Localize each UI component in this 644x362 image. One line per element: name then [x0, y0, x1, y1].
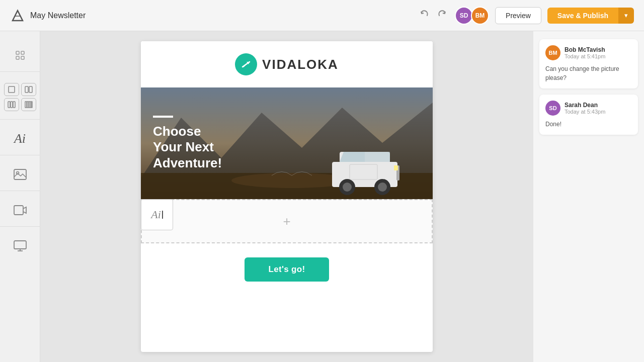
- undo-button[interactable]: [418, 7, 432, 24]
- sidebar-image-section: [0, 158, 40, 191]
- undo-icon: [420, 9, 430, 19]
- svg-point-37: [378, 183, 387, 192]
- comment-card-2: SD Sarah Dean Today at 5:43pm Done!: [539, 95, 638, 135]
- svg-rect-2: [16, 51, 19, 54]
- comment-time-1: Today at 5:41pm: [565, 53, 605, 59]
- logo-icon: [10, 8, 25, 23]
- image-icon: [14, 169, 27, 180]
- brand-circle-icon: [235, 53, 257, 75]
- sidebar-text-section: Ai: [0, 123, 40, 155]
- canvas-area: VIDALOKA: [40, 31, 533, 362]
- svg-rect-5: [21, 56, 24, 59]
- layout-2col-button[interactable]: [21, 83, 36, 96]
- layout-3col-button[interactable]: [4, 98, 19, 111]
- topbar: May Newsletter SD BM Preview Save &: [0, 0, 644, 31]
- comment-body-1: Can you change the picture please?: [545, 64, 632, 82]
- hero-decorative-line: [153, 116, 173, 118]
- svg-rect-40: [394, 165, 398, 170]
- comment-avatar-bob: BM: [545, 45, 560, 60]
- left-sidebar: Ai: [0, 31, 40, 362]
- avatar-bob: BM: [471, 7, 489, 25]
- svg-rect-12: [25, 102, 27, 108]
- layout-4col-button[interactable]: [21, 98, 36, 111]
- comment-time-2: Today at 5:43pm: [565, 109, 605, 115]
- comment-author-1: Bob McTavish: [565, 46, 605, 53]
- svg-rect-3: [16, 56, 19, 59]
- comments-panel: BM Bob McTavish Today at 5:41pm Can you …: [533, 31, 644, 362]
- svg-marker-0: [13, 11, 23, 21]
- sidebar-layout-section: [0, 75, 40, 120]
- content-section: Ai +: [141, 199, 433, 249]
- text-block-handle[interactable]: Ai: [141, 199, 173, 230]
- monitor-block-tool[interactable]: [9, 235, 31, 257]
- svg-rect-14: [29, 102, 31, 108]
- hero-image: Choose Your Next Adventure!: [141, 87, 433, 199]
- svg-rect-19: [14, 241, 26, 249]
- sidebar-monitor-section: [0, 230, 40, 262]
- content-drop-zone[interactable]: +: [141, 199, 433, 243]
- drop-zone-plus-icon: +: [283, 214, 290, 229]
- redo-button[interactable]: [435, 7, 449, 24]
- content-inner: Ai +: [141, 199, 433, 249]
- svg-rect-8: [29, 86, 32, 93]
- hero-headline: Choose Your Next Adventure!: [153, 124, 275, 171]
- svg-rect-4: [21, 51, 24, 54]
- sidebar-video-section: [0, 194, 40, 227]
- svg-rect-13: [27, 102, 29, 108]
- save-publish-button[interactable]: Save & Publish: [547, 8, 618, 24]
- save-publish-group: Save & Publish ▾: [547, 8, 634, 24]
- two-col-icon: [25, 85, 33, 94]
- svg-rect-7: [25, 86, 28, 93]
- svg-rect-9: [8, 102, 10, 108]
- image-block-tool[interactable]: [9, 163, 31, 186]
- save-publish-dropdown[interactable]: ▾: [618, 8, 634, 24]
- layout-grid: [1, 80, 39, 114]
- topbar-actions: SD BM Preview Save & Publish ▾: [418, 7, 634, 25]
- cta-button[interactable]: Let's go!: [245, 257, 330, 282]
- text-block-tool[interactable]: Ai: [9, 128, 31, 150]
- svg-point-35: [343, 183, 352, 192]
- main-layout: Ai: [0, 31, 644, 362]
- text-tool-label: Ai: [14, 131, 26, 146]
- favorites-button[interactable]: [9, 44, 31, 66]
- redo-icon: [437, 9, 447, 19]
- video-block-tool[interactable]: [9, 199, 31, 221]
- heart-icon: [15, 50, 26, 61]
- plane-icon: [239, 58, 253, 71]
- text-block-ai-label: Ai: [151, 208, 161, 221]
- comment-meta-1: Bob McTavish Today at 5:41pm: [565, 46, 605, 59]
- layout-1col-button[interactable]: [4, 83, 19, 96]
- comment-header-2: SD Sarah Dean Today at 5:43pm: [545, 101, 632, 116]
- monitor-icon: [14, 240, 27, 251]
- svg-marker-33: [365, 152, 390, 162]
- collaborators-avatars: SD BM: [455, 7, 489, 25]
- one-col-icon: [8, 85, 16, 94]
- comment-author-2: Sarah Dean: [565, 102, 605, 109]
- hero-text-overlay: Choose Your Next Adventure!: [141, 87, 287, 199]
- brand-name: VIDALOKA: [262, 57, 339, 72]
- avatar-sarah: SD: [455, 7, 473, 25]
- undo-redo-group: [418, 7, 449, 24]
- document-title: May Newsletter: [30, 11, 86, 20]
- cursor-indicator: [162, 211, 163, 219]
- comment-meta-2: Sarah Dean Today at 5:43pm: [565, 102, 605, 115]
- comment-avatar-sarah: SD: [545, 101, 560, 116]
- app-logo: May Newsletter: [10, 8, 86, 23]
- svg-rect-10: [11, 102, 13, 108]
- email-header: VIDALOKA: [141, 41, 433, 87]
- comment-card-1: BM Bob McTavish Today at 5:41pm Can you …: [539, 39, 638, 88]
- preview-button[interactable]: Preview: [495, 7, 541, 24]
- svg-rect-6: [9, 86, 15, 93]
- sidebar-fav-section: [0, 39, 40, 72]
- comment-body-2: Done!: [545, 120, 632, 129]
- email-canvas: VIDALOKA: [141, 41, 433, 352]
- video-icon: [14, 205, 27, 216]
- svg-rect-16: [14, 169, 26, 179]
- cta-section: Let's go!: [141, 249, 433, 292]
- svg-rect-18: [14, 206, 23, 215]
- four-col-icon: [25, 101, 33, 109]
- three-col-icon: [8, 101, 16, 109]
- svg-marker-32: [340, 152, 365, 162]
- svg-rect-15: [31, 102, 32, 108]
- brand-logo: VIDALOKA: [235, 53, 339, 75]
